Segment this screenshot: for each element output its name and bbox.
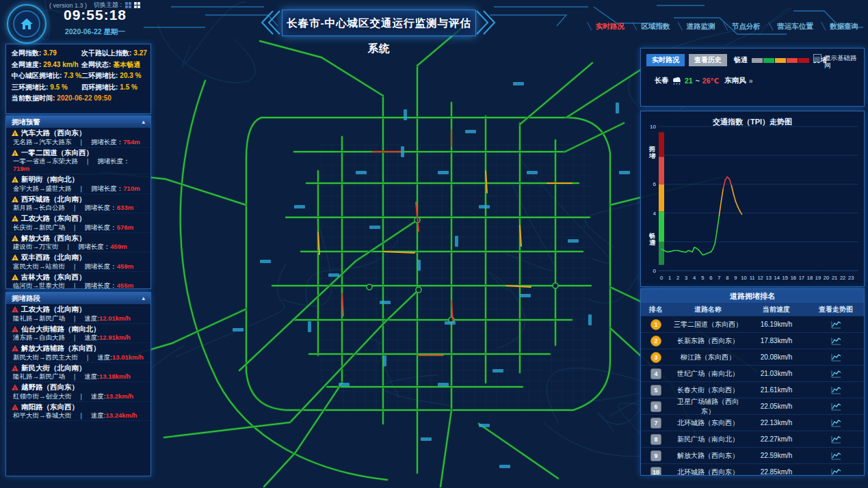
list-item[interactable]: 工农大路（东向西）长庆街→新民广场 ｜ 拥堵长度：576m bbox=[6, 213, 150, 233]
tab-history[interactable]: 查看历史 bbox=[689, 54, 727, 66]
alert-yellow-icon bbox=[12, 235, 18, 241]
list-item[interactable]: 工农大路（北向南）隆礼路→新民广场 ｜ 速度:12.01km/h bbox=[6, 304, 150, 324]
list-item[interactable]: 解放大路辅路（东向西）新民大街→西民主大街 ｜ 速度:13.01km/h bbox=[6, 343, 150, 363]
svg-text:15: 15 bbox=[782, 275, 788, 281]
list-item[interactable]: 吉林大路（东向西）临河街→世泰大街 ｜ 拥堵长度：455m bbox=[6, 272, 150, 290]
congested-roads-panel: 拥堵路段 ▴ 工农大路（北向南）隆礼路→新民广场 ｜ 速度:12.01km/h仙… bbox=[5, 292, 151, 476]
list-item[interactable]: 越野路（西向东）红领巾街→创业大街 ｜ 速度:13.2km/h bbox=[6, 382, 150, 402]
metric-value: 13.01km/h bbox=[112, 353, 144, 361]
rank-badge: 4 bbox=[650, 368, 661, 379]
table-row[interactable]: 9解放大路（西向东）22.59km/h bbox=[641, 447, 864, 463]
list-item[interactable]: 解放大路（西向东）建设街→万宝街 ｜ 拥堵长度：459m bbox=[6, 233, 150, 253]
svg-text:0: 0 bbox=[660, 275, 663, 281]
list-item[interactable]: 双丰西路（北向南）富民大街→站前街 ｜ 拥堵长度：459m bbox=[6, 252, 150, 272]
rank-badge: 1 bbox=[650, 319, 661, 330]
current-speed: 21.03km/h bbox=[745, 370, 808, 377]
nav-item-4[interactable]: 节点分析 bbox=[721, 21, 763, 33]
legend-label-smooth: 畅通 bbox=[734, 55, 748, 65]
tpi-chart-panel: 交通指数（TPI）走势图 0246810拥堵畅通0123456789101112… bbox=[640, 111, 865, 287]
alert-red-icon bbox=[12, 306, 18, 312]
alert-yellow-icon bbox=[12, 274, 18, 280]
table-row[interactable]: 3柳江路（东向西）20.08km/h bbox=[641, 349, 864, 365]
svg-text:畅通: 畅通 bbox=[649, 232, 656, 246]
stat-9: 当前数据时间:2020-06-22 09:50 bbox=[12, 94, 150, 103]
svg-text:10: 10 bbox=[650, 124, 656, 130]
home-button[interactable] bbox=[7, 4, 47, 44]
alert-yellow-icon bbox=[12, 130, 18, 136]
table-row[interactable]: 10北环城路（西向东）22.85km/h bbox=[641, 463, 864, 476]
table-row[interactable]: 5长春大街（东向西）21.61km/h bbox=[641, 381, 864, 398]
svg-text:6: 6 bbox=[653, 181, 657, 187]
svg-text:0: 0 bbox=[653, 268, 657, 274]
basemap-checkbox[interactable] bbox=[813, 54, 821, 62]
stat-value: 9.5 % bbox=[50, 83, 68, 91]
trend-chart-icon[interactable] bbox=[831, 353, 841, 362]
tab-realtime[interactable]: 实时路况 bbox=[646, 54, 685, 66]
stat-value: 7.3 % bbox=[64, 72, 81, 79]
nav-item-6[interactable]: 数据查询 bbox=[819, 21, 861, 33]
road-name: 工农大路（东向西） bbox=[21, 215, 86, 223]
trend-chart-icon[interactable] bbox=[831, 370, 841, 378]
collapse-icon[interactable]: ▴ bbox=[142, 293, 145, 304]
list-item[interactable]: 新民大街（北向南）隆礼路→新民广场 ｜ 速度:13.18km/h bbox=[6, 363, 150, 383]
table-row[interactable]: 4世纪广场（南向北）21.03km/h bbox=[641, 365, 864, 381]
table-row[interactable]: 7北环城路（东向西）22.13km/h bbox=[641, 414, 864, 431]
basemap-checkbox-label: 显示基础路网 bbox=[824, 54, 858, 69]
table-row[interactable]: 6卫星广场辅路（西向东）22.05km/h bbox=[641, 398, 864, 414]
road-name: 一零二国道（东向西） bbox=[21, 149, 93, 157]
alert-red-icon bbox=[12, 365, 18, 371]
svg-text:5: 5 bbox=[701, 275, 704, 281]
trend-chart-icon[interactable] bbox=[831, 452, 841, 460]
col-rank: 排名 bbox=[641, 305, 671, 314]
metric-value: 13.18km/h bbox=[99, 372, 131, 380]
metric-value: 459m bbox=[117, 262, 133, 270]
rank-badge: 10 bbox=[650, 467, 661, 476]
table-row[interactable]: 2长新东路（西向东）17.83km/h bbox=[641, 332, 864, 349]
list-item[interactable]: 西环城路（北向南）新月路→长白公路 ｜ 拥堵长度：633m bbox=[6, 194, 150, 214]
ranking-panel: 道路拥堵排名 排名 道路名称 当前速度 查看走势图 1三零二国道（东向西）16.… bbox=[640, 288, 865, 476]
wind-label: 东南风 bbox=[724, 76, 746, 85]
svg-text:11: 11 bbox=[750, 275, 755, 281]
nav-item-1[interactable]: 实时路况 bbox=[585, 21, 627, 33]
alert-red-icon bbox=[12, 384, 18, 390]
trend-chart-icon[interactable] bbox=[831, 419, 841, 427]
weather-bar: 长春 21 ~ 26℃ 东南风 » bbox=[641, 66, 864, 85]
trend-chart-icon[interactable] bbox=[831, 386, 841, 394]
nav-item-3[interactable]: 道路监测 bbox=[675, 21, 718, 33]
nav-item-5[interactable]: 营运车位置 bbox=[766, 21, 816, 33]
trend-chart-icon[interactable] bbox=[831, 403, 841, 411]
list-item[interactable]: 南阳路（东向西）和平大街→春城大街 ｜ 速度:13.24km/h bbox=[6, 402, 150, 422]
svg-text:9: 9 bbox=[734, 275, 737, 281]
road-name: 解放大路辅路（东向西） bbox=[21, 344, 101, 353]
trend-chart-icon[interactable] bbox=[831, 435, 841, 444]
list-item[interactable]: 新明街（南向北）金宇大路→盛世大路 ｜ 拥堵长度：710m bbox=[6, 174, 150, 194]
tpi-chart-canvas[interactable]: 0246810拥堵畅通01234567891011121314151617181… bbox=[641, 111, 864, 286]
metric-value: 710m bbox=[123, 185, 140, 192]
nav-item-2[interactable]: 区域指数 bbox=[630, 21, 672, 33]
trend-chart-icon[interactable] bbox=[831, 321, 841, 329]
stat-8: 四环拥堵比:1.5 % bbox=[81, 83, 150, 92]
stat-6: 二环拥堵比:20.3 % bbox=[81, 72, 150, 80]
list-item[interactable]: 一零二国道（东向西）一零一省道→东荣大路 ｜ 拥堵长度：719m bbox=[6, 148, 150, 175]
ranking-header-row: 排名 道路名称 当前速度 查看走势图 bbox=[641, 303, 864, 316]
basemap-toggle[interactable]: 显示基础路网 bbox=[813, 54, 858, 69]
rank-badge: 5 bbox=[650, 385, 661, 396]
svg-text:13: 13 bbox=[765, 275, 771, 281]
road-name: 卫星广场辅路（西向东） bbox=[671, 397, 745, 416]
col-speed: 当前速度 bbox=[745, 305, 808, 314]
weather-more-link[interactable]: » bbox=[749, 77, 753, 85]
trend-chart-icon[interactable] bbox=[831, 468, 841, 476]
trend-chart-icon[interactable] bbox=[831, 337, 841, 345]
collapse-icon[interactable]: ▴ bbox=[142, 116, 145, 128]
road-name: 双丰西路（北向南） bbox=[21, 254, 86, 262]
current-speed: 21.61km/h bbox=[745, 386, 808, 394]
road-segment: 富民大街→站前街 ｜ 拥堵长度： bbox=[13, 262, 117, 270]
alert-yellow-icon bbox=[12, 176, 18, 182]
table-row[interactable]: 1三零二国道（东向西）16.19km/h bbox=[641, 316, 864, 332]
table-row[interactable]: 8新民广场（南向北）22.27km/h bbox=[641, 431, 864, 447]
list-item[interactable]: 仙台大街辅路（南向北）浦东路→自由大路 ｜ 速度:12.91km/h bbox=[6, 324, 150, 344]
theme-swatch-light-icon[interactable] bbox=[134, 2, 140, 8]
alert-red-icon bbox=[12, 345, 18, 351]
list-item[interactable]: 汽车大路（西向东）无名路→汽车大路东 ｜ 拥堵长度：754m bbox=[6, 128, 150, 148]
road-segment: 新民大街→西民主大街 ｜ 速度: bbox=[13, 353, 112, 361]
